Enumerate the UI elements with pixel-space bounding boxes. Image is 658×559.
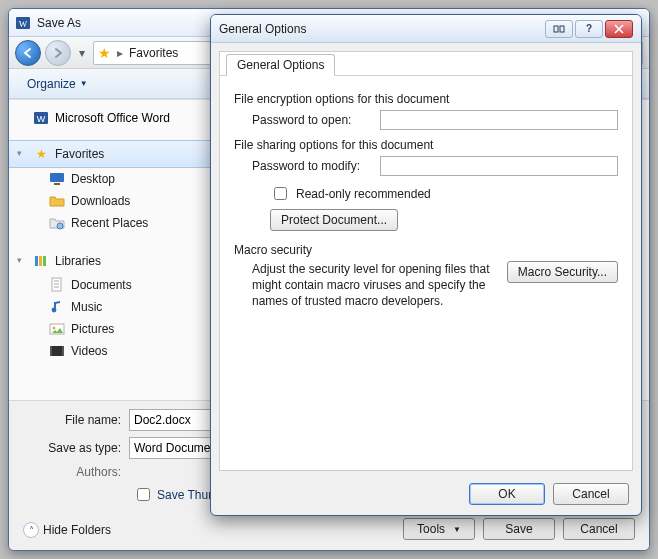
back-button[interactable] xyxy=(15,40,41,66)
nav-item-label: Recent Places xyxy=(71,216,148,230)
password-modify-input[interactable] xyxy=(380,156,618,176)
svg-rect-20 xyxy=(554,26,558,32)
nav-item-documents[interactable]: Documents xyxy=(9,274,210,296)
breadcrumb-location: Favorites xyxy=(129,46,178,60)
password-open-label: Password to open: xyxy=(252,113,372,127)
svg-rect-5 xyxy=(54,183,60,185)
pictures-icon xyxy=(49,321,65,337)
general-options-body: General Options File encryption options … xyxy=(219,51,633,471)
sharing-section-label: File sharing options for this document xyxy=(234,138,618,152)
svg-point-16 xyxy=(53,327,56,330)
videos-icon xyxy=(49,343,65,359)
cancel-button[interactable]: Cancel xyxy=(563,518,635,540)
nav-item-label: Music xyxy=(71,300,102,314)
protect-document-label: Protect Document... xyxy=(281,213,387,227)
nav-item-videos[interactable]: Videos xyxy=(9,340,210,362)
macro-security-label: Macro Security... xyxy=(518,265,607,279)
svg-rect-18 xyxy=(50,346,52,356)
ms-word-link-label: Microsoft Office Word xyxy=(55,111,170,125)
file-name-label: File name: xyxy=(21,413,129,427)
dialog-context-button[interactable] xyxy=(545,20,573,38)
folder-icon xyxy=(49,193,65,209)
encryption-section-label: File encryption options for this documen… xyxy=(234,92,618,106)
word-icon: W xyxy=(33,110,49,126)
recent-places-icon xyxy=(49,215,65,231)
documents-icon xyxy=(49,277,65,293)
tools-button[interactable]: Tools ▼ xyxy=(403,518,475,540)
nav-item-label: Downloads xyxy=(71,194,130,208)
tab-general-options[interactable]: General Options xyxy=(226,54,335,76)
svg-rect-8 xyxy=(39,256,42,266)
tools-label: Tools xyxy=(417,522,445,536)
word-icon: W xyxy=(15,15,31,31)
svg-point-14 xyxy=(52,308,57,313)
organize-label: Organize xyxy=(27,77,76,91)
nav-item-pictures[interactable]: Pictures xyxy=(9,318,210,340)
svg-rect-21 xyxy=(560,26,564,32)
macro-section-label: Macro security xyxy=(234,243,618,257)
ok-button-label: OK xyxy=(498,487,515,501)
svg-rect-19 xyxy=(62,346,64,356)
cancel-button-label: Cancel xyxy=(572,487,609,501)
forward-button[interactable] xyxy=(45,40,71,66)
nav-item-label: Documents xyxy=(71,278,132,292)
read-only-label: Read-only recommended xyxy=(296,187,431,201)
collapse-icon[interactable]: ▾ xyxy=(17,148,22,158)
cancel-button[interactable]: Cancel xyxy=(553,483,629,505)
svg-rect-9 xyxy=(43,256,46,266)
svg-text:W: W xyxy=(19,19,28,29)
chevron-down-icon: ▼ xyxy=(453,525,461,534)
ok-button[interactable]: OK xyxy=(469,483,545,505)
ms-word-link[interactable]: W Microsoft Office Word xyxy=(9,106,210,130)
password-modify-label: Password to modify: xyxy=(252,159,372,173)
macro-security-button[interactable]: Macro Security... xyxy=(507,261,618,283)
nav-item-downloads[interactable]: Downloads xyxy=(9,190,210,212)
nav-item-label: Videos xyxy=(71,344,107,358)
nav-history-dropdown[interactable]: ▾ xyxy=(75,40,89,66)
macro-security-text: Adjust the security level for opening fi… xyxy=(252,261,497,310)
read-only-checkbox[interactable] xyxy=(274,187,287,200)
organize-button[interactable]: Organize ▼ xyxy=(19,74,96,94)
svg-rect-17 xyxy=(50,346,64,356)
music-icon xyxy=(49,299,65,315)
svg-point-6 xyxy=(57,223,63,229)
nav-group-favorites[interactable]: ▾ ★ Favorites xyxy=(9,140,210,168)
libraries-icon xyxy=(33,253,49,269)
nav-group-label: Libraries xyxy=(55,254,101,268)
help-button[interactable]: ? xyxy=(575,20,603,38)
tab-label: General Options xyxy=(237,58,324,72)
close-button[interactable] xyxy=(605,20,633,38)
save-thumbnail-checkbox[interactable] xyxy=(137,488,150,501)
collapse-icon[interactable]: ▾ xyxy=(17,255,22,265)
svg-text:W: W xyxy=(37,114,46,124)
save-button[interactable]: Save xyxy=(483,518,555,540)
tab-content: File encryption options for this documen… xyxy=(220,76,632,322)
nav-group-libraries[interactable]: ▾ Libraries xyxy=(9,248,210,274)
hide-folders-label: Hide Folders xyxy=(43,523,111,537)
general-options-titlebar[interactable]: General Options ? xyxy=(211,15,641,43)
cancel-button-label: Cancel xyxy=(580,522,617,536)
desktop-icon xyxy=(49,171,65,187)
general-options-dialog: General Options ? General Options File e… xyxy=(210,14,642,516)
password-open-input[interactable] xyxy=(380,110,618,130)
nav-item-label: Desktop xyxy=(71,172,115,186)
nav-item-music[interactable]: Music xyxy=(9,296,210,318)
star-icon: ★ xyxy=(98,45,111,61)
svg-rect-7 xyxy=(35,256,38,266)
authors-label: Authors: xyxy=(21,465,129,479)
general-options-title: General Options xyxy=(219,22,306,36)
nav-item-recent-places[interactable]: Recent Places xyxy=(9,212,210,234)
svg-rect-4 xyxy=(50,173,64,182)
hide-folders-button[interactable]: ˄ Hide Folders xyxy=(23,522,111,538)
nav-item-label: Pictures xyxy=(71,322,114,336)
tab-strip: General Options xyxy=(220,52,632,76)
save-button-label: Save xyxy=(505,522,532,536)
star-icon: ★ xyxy=(33,146,49,162)
nav-item-desktop[interactable]: Desktop xyxy=(9,168,210,190)
nav-group-label: Favorites xyxy=(55,147,104,161)
chevron-right-icon: ▸ xyxy=(117,46,123,60)
protect-document-button[interactable]: Protect Document... xyxy=(270,209,398,231)
chevron-up-icon: ˄ xyxy=(23,522,39,538)
save-as-type-label: Save as type: xyxy=(21,441,129,455)
chevron-down-icon: ▼ xyxy=(80,79,88,88)
